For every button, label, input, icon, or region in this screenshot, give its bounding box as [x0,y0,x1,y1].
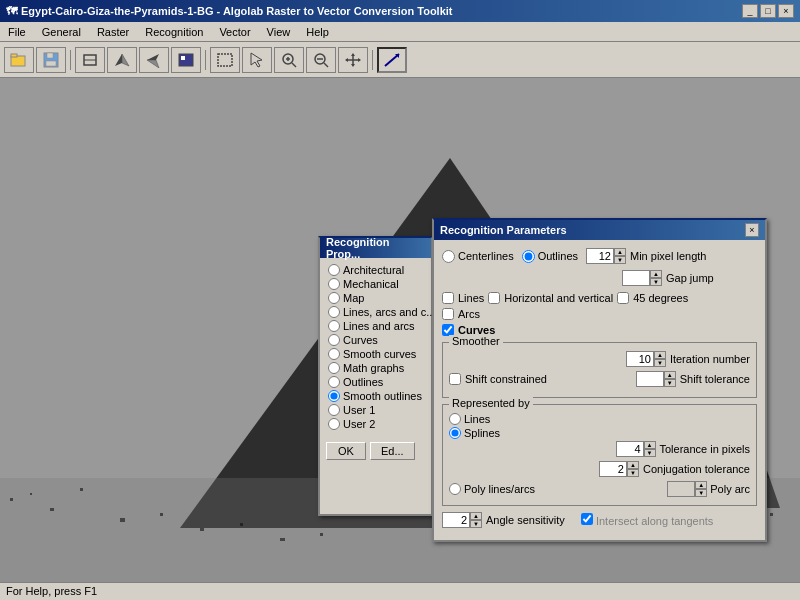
arcs-checkbox[interactable] [442,308,454,320]
conjugation-down[interactable]: ▼ [627,469,639,477]
gap-jump-down[interactable]: ▼ [650,278,662,286]
gap-jump-up[interactable]: ▲ [650,270,662,278]
poly-lines-option[interactable]: Poly lines/arcs ▲ ▼ Poly arc [449,481,750,497]
tolerance-spinbox[interactable]: ▲ ▼ [616,441,656,457]
vector-button[interactable] [377,47,407,73]
intersect-checkbox[interactable] [581,513,593,525]
degrees45-checkbox[interactable] [617,292,629,304]
edit-button[interactable]: Ed... [370,442,415,460]
recog-params-title-bar[interactable]: Recognition Parameters × [434,220,765,240]
min-pixel-down[interactable]: ▼ [614,256,626,264]
open-button[interactable] [4,47,34,73]
radio-math-graphs-input[interactable] [328,362,340,374]
poly-arc-spinbox[interactable]: ▲ ▼ [667,481,707,497]
iteration-down[interactable]: ▼ [654,359,666,367]
radio-smooth-curves-input[interactable] [328,348,340,360]
rep-splines-radio[interactable] [449,427,461,439]
iteration-spinbox[interactable]: ▲ ▼ [626,351,666,367]
angle-up[interactable]: ▲ [470,512,482,520]
shift-constrained-checkbox[interactable] [449,373,461,385]
min-pixel-input[interactable]: 12 [586,248,614,264]
poly-arc-down[interactable]: ▼ [695,489,707,497]
ok-button[interactable]: OK [326,442,366,460]
centerlines-radio[interactable] [442,250,455,263]
rotate-button[interactable] [75,47,105,73]
radio-curves-input[interactable] [328,334,340,346]
poly-lines-radio[interactable] [449,483,461,495]
radio-smooth-outlines-input[interactable] [328,390,340,402]
outlines-radio[interactable] [522,250,535,263]
menu-general[interactable]: General [38,25,85,39]
angle-input[interactable] [442,512,470,528]
select-rect-button[interactable] [210,47,240,73]
tolerance-up[interactable]: ▲ [644,441,656,449]
radio-outlines-input[interactable] [328,376,340,388]
radio-smooth-curves[interactable]: Smooth curves [328,348,423,360]
min-pixel-spinbox[interactable]: 12 ▲ ▼ [586,248,626,264]
conjugation-spinbox[interactable]: ▲ ▼ [599,461,639,477]
gap-jump-input[interactable] [622,270,650,286]
radio-architectural-input[interactable] [328,264,340,276]
radio-lines-arcs-input[interactable] [328,320,340,332]
rep-lines-option[interactable]: Lines [449,413,750,425]
radio-lines-arcs-c-input[interactable] [328,306,340,318]
menu-file[interactable]: File [4,25,30,39]
menu-recognition[interactable]: Recognition [141,25,207,39]
tolerance-down[interactable]: ▼ [644,449,656,457]
tolerance-input[interactable] [616,441,644,457]
conjugation-up[interactable]: ▲ [627,461,639,469]
radio-curves[interactable]: Curves [328,334,423,346]
poly-arc-input[interactable] [667,481,695,497]
radio-user2[interactable]: User 2 [328,418,423,430]
title-bar-controls[interactable]: _ □ × [742,4,794,18]
radio-outlines[interactable]: Outlines [328,376,423,388]
radio-user1[interactable]: User 1 [328,404,423,416]
shift-tolerance-down[interactable]: ▼ [664,379,676,387]
recog-prop-title-bar[interactable]: Recognition Prop... [320,238,431,258]
radio-mechanical[interactable]: Mechanical [328,278,423,290]
minimize-button[interactable]: _ [742,4,758,18]
menu-vector[interactable]: Vector [215,25,254,39]
iteration-input[interactable] [626,351,654,367]
pan-button[interactable] [338,47,368,73]
menu-view[interactable]: View [263,25,295,39]
radio-math-graphs[interactable]: Math graphs [328,362,423,374]
angle-spinbox[interactable]: ▲ ▼ [442,512,482,528]
radio-map[interactable]: Map [328,292,423,304]
conjugation-input[interactable] [599,461,627,477]
radio-lines-arcs[interactable]: Lines and arcs [328,320,423,332]
radio-user1-input[interactable] [328,404,340,416]
outlines-option[interactable]: Outlines [522,250,578,263]
poly-arc-up[interactable]: ▲ [695,481,707,489]
angle-down[interactable]: ▼ [470,520,482,528]
menu-raster[interactable]: Raster [93,25,133,39]
radio-mechanical-input[interactable] [328,278,340,290]
lines-checkbox[interactable] [442,292,454,304]
gap-jump-spinbox[interactable]: ▲ ▼ [622,270,662,286]
recog-params-close-button[interactable]: × [745,223,759,237]
zoom-in-button[interactable] [274,47,304,73]
color-button[interactable] [171,47,201,73]
shift-tolerance-input[interactable] [636,371,664,387]
radio-lines-arcs-c[interactable]: Lines, arcs and c... [328,306,423,318]
maximize-button[interactable]: □ [760,4,776,18]
shift-tolerance-up[interactable]: ▲ [664,371,676,379]
horiz-vert-checkbox[interactable] [488,292,500,304]
zoom-out-button[interactable] [306,47,336,73]
close-button[interactable]: × [778,4,794,18]
rep-splines-option[interactable]: Splines [449,427,750,439]
save-button[interactable] [36,47,66,73]
min-pixel-up[interactable]: ▲ [614,248,626,256]
radio-architectural[interactable]: Architectural [328,264,423,276]
flip-v-button[interactable] [139,47,169,73]
radio-user2-input[interactable] [328,418,340,430]
pointer-button[interactable] [242,47,272,73]
rep-lines-radio[interactable] [449,413,461,425]
centerlines-option[interactable]: Centerlines [442,250,514,263]
radio-map-input[interactable] [328,292,340,304]
shift-tolerance-spinbox[interactable]: ▲ ▼ [636,371,676,387]
menu-help[interactable]: Help [302,25,333,39]
iteration-up[interactable]: ▲ [654,351,666,359]
flip-h-button[interactable] [107,47,137,73]
radio-smooth-outlines[interactable]: Smooth outlines [328,390,423,402]
